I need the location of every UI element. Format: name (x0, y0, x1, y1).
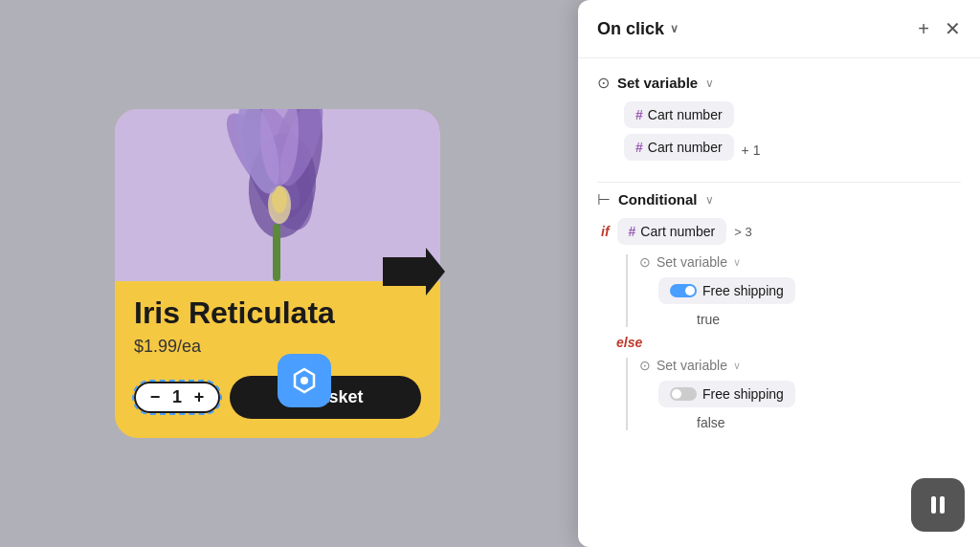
toggle-off-icon (670, 387, 697, 401)
true-block: ⊙ Set variable ∨ Free shipping true (626, 254, 961, 327)
svg-point-13 (301, 377, 308, 384)
hex-icon-button[interactable] (278, 354, 331, 407)
right-panel: On click ∨ + ✕ ⊙ Set variable ∨ # Cart n… (578, 0, 980, 547)
plus-one-label: + 1 (742, 142, 761, 158)
set-var-true-header: ⊙ Set variable ∨ (639, 254, 961, 270)
chevron-down-icon[interactable]: ∨ (670, 22, 679, 35)
conditional-header: ⊢ Conditional ∨ (597, 190, 961, 208)
hash-icon-1: # (635, 107, 643, 122)
svg-rect-5 (273, 224, 280, 281)
panel-header: On click ∨ + ✕ (578, 0, 980, 58)
if-row: if # Cart number > 3 (597, 218, 961, 245)
hash-icon-if: # (629, 224, 636, 239)
set-variable-title-1: Set variable (617, 75, 698, 91)
panel-title-text: On click (597, 19, 664, 39)
panel-content: ⊙ Set variable ∨ # Cart number # Cart nu… (578, 58, 980, 461)
cart-number-label-if: Cart number (640, 224, 715, 239)
product-info: Iris Reticulata $1.99/ea − 1 + to basket (115, 281, 440, 437)
close-panel-button[interactable]: ✕ (945, 17, 961, 40)
conditional-block: ⊢ Conditional ∨ if # Cart number > 3 ⊙ S… (597, 190, 961, 430)
free-shipping-chip-false: Free shipping (658, 381, 795, 407)
add-action-button[interactable]: + (918, 18, 929, 40)
svg-marker-11 (383, 248, 445, 295)
free-shipping-label-false: Free shipping (702, 386, 784, 402)
set-variable-header-1: ⊙ Set variable ∨ (597, 74, 961, 92)
pause-bar-left (931, 496, 936, 514)
set-variable-dropdown-1[interactable]: ∨ (705, 77, 714, 90)
free-shipping-label-true: Free shipping (702, 283, 784, 298)
header-actions: + ✕ (918, 17, 961, 40)
qty-minus-button[interactable]: − (145, 387, 165, 407)
set-var-true-dropdown[interactable]: ∨ (733, 256, 741, 269)
set-var-true-label: Set variable (657, 254, 727, 270)
else-keyword: else (616, 335, 961, 350)
operator-label: > 3 (734, 225, 751, 239)
set-var-true-icon: ⊙ (639, 254, 651, 270)
pause-bar-right (940, 496, 945, 514)
cart-number-chip-2: # Cart number (624, 134, 734, 161)
qty-plus-button[interactable]: + (189, 387, 209, 407)
quantity-control: − 1 + (134, 382, 220, 413)
divider-1 (597, 182, 961, 183)
set-var-false-header: ⊙ Set variable ∨ (639, 358, 961, 373)
cart-number-label-2: Cart number (648, 140, 723, 155)
set-variable-icon-1: ⊙ (597, 74, 610, 92)
cart-number-chip-1: # Cart number (624, 101, 734, 128)
hash-icon-2: # (635, 140, 643, 155)
left-panel: Iris Reticulata $1.99/ea − 1 + to basket (0, 0, 555, 547)
product-price: $1.99/ea (134, 337, 421, 357)
set-var-false-icon: ⊙ (639, 358, 651, 373)
arrow-container (373, 243, 450, 304)
conditional-dropdown[interactable]: ∨ (705, 193, 714, 207)
panel-title: On click ∨ (597, 19, 679, 39)
true-value: true (697, 312, 961, 327)
cart-number-chip-if: # Cart number (617, 218, 727, 245)
cart-number-label-1: Cart number (648, 107, 723, 122)
free-shipping-chip-true: Free shipping (658, 277, 795, 304)
set-var-false-dropdown[interactable]: ∨ (733, 360, 741, 372)
pause-icon (931, 496, 945, 514)
false-value: false (697, 415, 961, 430)
set-var-false-label: Set variable (657, 358, 727, 373)
false-block: ⊙ Set variable ∨ Free shipping false (626, 358, 961, 430)
pause-button[interactable] (911, 478, 965, 532)
qty-value: 1 (172, 387, 182, 407)
conditional-title: Conditional (618, 191, 698, 208)
toggle-on-icon (670, 284, 697, 297)
set-variable-block-1: ⊙ Set variable ∨ # Cart number # Cart nu… (597, 74, 961, 166)
conditional-icon: ⊢ (597, 190, 611, 208)
if-keyword: if (601, 224, 610, 239)
